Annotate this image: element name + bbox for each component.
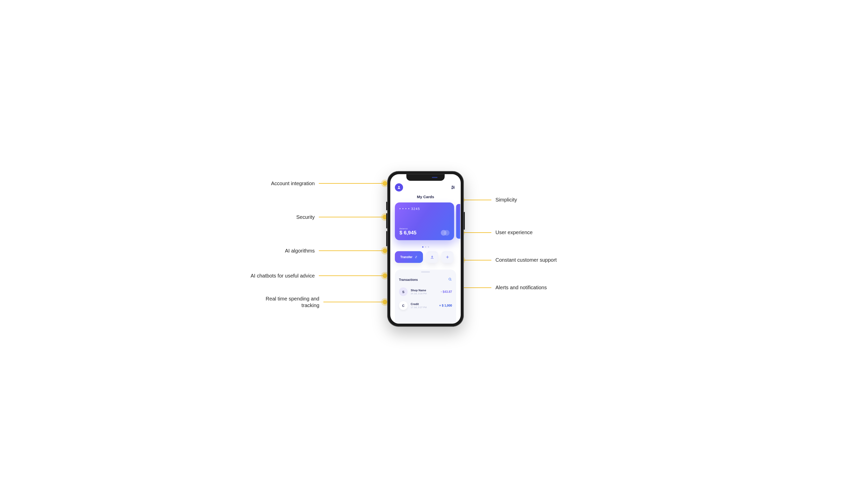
callout-label: Alerts and notifications <box>496 285 547 290</box>
callout-line <box>319 250 383 251</box>
callout-line <box>463 232 491 233</box>
top-bar <box>395 183 456 192</box>
plus-icon <box>446 255 450 259</box>
merchant-initial: S <box>399 287 407 296</box>
callout-ai-algorithms: AI algorithms <box>285 247 387 254</box>
transaction-row[interactable]: C Credit 17 Jul, 5:27 PM + $ 1,000 <box>398 299 453 312</box>
phone-power-button <box>464 212 465 230</box>
callout-label: User experience <box>496 230 533 235</box>
callout-simplicity: Simplicity <box>459 197 517 203</box>
callout-label: Constant customer support <box>496 257 557 263</box>
callout-line <box>319 183 383 184</box>
transaction-amount: + $ 1,000 <box>439 304 452 307</box>
balance-value: $ 6,945 <box>399 230 417 236</box>
swap-icon <box>415 256 418 259</box>
callout-alerts-notifications: Alerts and notifications <box>454 285 547 290</box>
sliders-icon <box>451 185 455 190</box>
callout-dot-icon <box>383 248 387 253</box>
settings-button[interactable] <box>450 184 456 191</box>
mastercard-icon <box>441 230 450 236</box>
cards-carousel[interactable]: • • • • 3245 Balance $ 6,945 <box>395 202 456 243</box>
next-card-peek[interactable] <box>456 204 460 239</box>
transaction-amount: - $43.87 <box>441 290 452 293</box>
drag-handle-icon[interactable] <box>421 272 430 272</box>
callout-user-experience: User experience <box>459 230 533 235</box>
fintech-feature-diagram: Account integration Security AI algorith… <box>242 137 609 367</box>
merchant-name: Credit <box>411 303 436 306</box>
transactions-title: Transactions <box>399 278 418 282</box>
callout-line <box>464 260 491 260</box>
phone-screen: My Cards • • • • 3245 Balance $ 6,945 <box>390 174 461 324</box>
dot[interactable] <box>425 246 426 248</box>
callout-security: Security <box>296 214 387 220</box>
transfer-button[interactable]: Transfer <box>395 251 423 263</box>
callout-line <box>324 302 383 302</box>
merchant-initial: C <box>399 301 407 310</box>
callout-label: AI chatbots for useful advice <box>251 272 315 279</box>
deposit-button[interactable] <box>426 251 438 263</box>
banking-app: My Cards • • • • 3245 Balance $ 6,945 <box>390 174 461 324</box>
profile-button[interactable] <box>395 183 403 192</box>
callout-customer-support: Constant customer support <box>459 257 557 263</box>
transaction-date: 24 Jul, 3:16 PM <box>411 292 438 295</box>
callout-dot-icon <box>383 300 387 304</box>
search-icon <box>448 277 452 281</box>
transaction-row[interactable]: S Shop Name 24 Jul, 3:16 PM - $43.87 <box>398 285 453 299</box>
callout-label: Account integration <box>271 180 315 187</box>
callout-label: Security <box>296 214 315 220</box>
callout-label: AI algorithms <box>285 247 315 254</box>
phone-notch <box>406 174 445 181</box>
card-number: • • • • 3245 <box>399 207 450 211</box>
svg-line-7 <box>451 280 451 281</box>
add-button[interactable] <box>441 251 454 263</box>
dot-active[interactable] <box>422 246 423 248</box>
callout-label: Real time spending and tracking <box>248 295 319 309</box>
callout-ai-chatbots: AI chatbots for useful advice <box>251 272 387 279</box>
balance-label: Balance <box>399 228 417 230</box>
page-title: My Cards <box>395 195 456 199</box>
callout-line <box>463 200 491 200</box>
callout-dot-icon <box>383 273 387 278</box>
callout-account-integration: Account integration <box>271 180 387 187</box>
transactions-panel[interactable]: Transactions S Shop Name 24 Jul, 3:16 PM… <box>395 270 456 324</box>
transfer-label: Transfer <box>400 255 412 259</box>
action-row: Transfer <box>395 251 456 263</box>
callout-line <box>319 217 383 217</box>
carousel-dots[interactable] <box>395 246 456 248</box>
phone-frame: My Cards • • • • 3245 Balance $ 6,945 <box>387 171 464 327</box>
callout-label: Simplicity <box>496 197 517 203</box>
dot[interactable] <box>428 246 429 248</box>
merchant-name: Shop Name <box>411 289 438 292</box>
user-icon <box>397 185 401 190</box>
callout-real-time-tracking: Real time spending and tracking <box>248 295 387 309</box>
credit-card[interactable]: • • • • 3245 Balance $ 6,945 <box>395 202 454 240</box>
svg-point-6 <box>449 278 451 280</box>
download-icon <box>430 255 434 259</box>
transaction-date: 17 Jul, 5:27 PM <box>411 306 436 309</box>
callout-line <box>319 275 383 276</box>
callout-dot-icon <box>383 181 387 186</box>
search-button[interactable] <box>448 277 452 282</box>
